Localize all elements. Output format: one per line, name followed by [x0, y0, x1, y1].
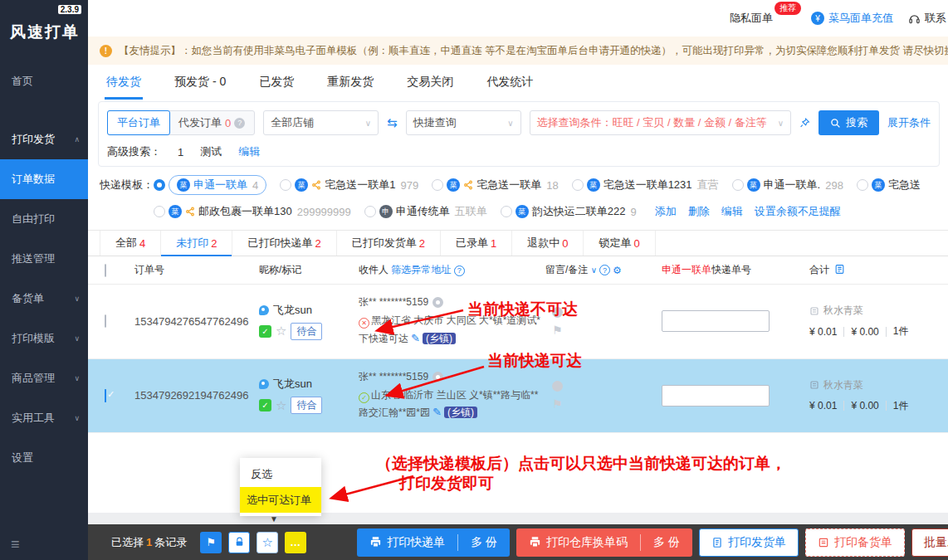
saved-search-1[interactable]: 1: [178, 146, 183, 158]
print-stock-button[interactable]: 打印备货单: [805, 528, 905, 557]
edit-saved-search-link[interactable]: 编辑: [238, 144, 260, 159]
buyer-nickname[interactable]: 飞龙sun: [273, 377, 312, 392]
chevron-down-icon[interactable]: ∨: [591, 265, 597, 275]
pin-icon[interactable]: [799, 117, 810, 129]
merged-check-icon: ✓: [259, 399, 271, 411]
subtab-all[interactable]: 全部4: [100, 231, 161, 256]
template-option[interactable]: 菜 邮政包裹一联单130 299999999: [154, 204, 351, 219]
saved-search-2[interactable]: 测试: [200, 144, 222, 159]
balance-alert-link[interactable]: 设置余额不足提醒: [755, 204, 841, 219]
template-option[interactable]: 菜 宅急送一联单1 979: [280, 178, 418, 192]
agent-order-count: 0: [225, 117, 231, 129]
filter-abnormal-address-link[interactable]: 筛选异常地址: [391, 264, 451, 275]
total-detail-icon[interactable]: [834, 264, 845, 275]
privacy-waybill-link[interactable]: 隐私面单 推荐: [730, 11, 773, 26]
star-flag-icon[interactable]: ☆: [276, 324, 286, 338]
quick-query-select[interactable]: 快捷查询∨: [406, 110, 521, 135]
tab-closed[interactable]: 交易关闭: [407, 75, 453, 100]
gear-icon[interactable]: ⚙: [613, 265, 622, 276]
subtab-printed-delivery[interactable]: 已打印发货单2: [337, 231, 441, 256]
query-condition-select[interactable]: 选择查询条件：旺旺 / 宝贝 / 数量 / 金额 / 备注等∨: [530, 110, 791, 135]
subtab-locked[interactable]: 锁定单0: [584, 231, 655, 256]
search-button[interactable]: 搜索: [819, 110, 879, 135]
flag-button[interactable]: ⚑: [200, 532, 222, 553]
select-reachable-item[interactable]: 选中可达订单: [240, 487, 321, 513]
express-no-input[interactable]: [662, 310, 770, 332]
question-icon[interactable]: ?: [599, 265, 610, 275]
print-warehouse-button[interactable]: 打印仓库换单码: [516, 535, 640, 550]
row-checkbox[interactable]: [105, 389, 106, 402]
select-all-checkbox[interactable]: [105, 264, 106, 277]
radio-selected[interactable]: [154, 179, 165, 191]
template-option[interactable]: 菜 宅急送一联单 18: [432, 178, 558, 192]
print-warehouse-group: 打印仓库换单码 多 份: [516, 528, 692, 557]
agent-order-button[interactable]: 代发订单 0 ?: [169, 111, 254, 134]
invert-selection-item[interactable]: 反选: [240, 461, 321, 487]
express-no-input[interactable]: [662, 385, 770, 407]
edit-address-icon[interactable]: ✎: [432, 406, 442, 418]
more-actions-button[interactable]: …: [285, 532, 306, 553]
print-express-button[interactable]: 打印快递单: [357, 535, 457, 550]
sidebar-item-home[interactable]: 首页: [0, 61, 88, 101]
subtab-recorded[interactable]: 已录单1: [441, 231, 512, 256]
radio[interactable]: [857, 179, 868, 191]
sidebar-item-order-data[interactable]: 订单数据: [0, 159, 88, 199]
shop-select[interactable]: 全部店铺∨: [263, 110, 379, 135]
template-option[interactable]: 菜 申通一联单 4: [154, 175, 266, 195]
eye-icon[interactable]: [432, 372, 443, 382]
radio[interactable]: [572, 179, 584, 191]
template-option[interactable]: 菜 申通一联单. 298: [732, 178, 843, 192]
tab-pending-ship[interactable]: 待发货: [106, 75, 141, 100]
flag-icon[interactable]: ⚑: [552, 324, 563, 336]
flag-icon[interactable]: ⚑: [552, 398, 563, 410]
sidebar-item-settings[interactable]: 设置: [0, 438, 88, 478]
sidebar-item-push-manage[interactable]: 推送管理: [0, 239, 88, 279]
template-option[interactable]: 菜 宅急送一联单1231 直营: [572, 178, 719, 192]
tab-reship[interactable]: 重新发货: [327, 75, 374, 100]
subtab-refunding[interactable]: 退款中0: [512, 231, 584, 256]
print-warehouse-copies-button[interactable]: 多 份: [641, 535, 692, 550]
subtab-printed-express[interactable]: 已打印快递单2: [232, 231, 336, 256]
radio[interactable]: [364, 206, 376, 217]
buyer-nickname[interactable]: 飞龙sun: [273, 303, 312, 318]
print-delivery-button[interactable]: 打印发货单: [699, 528, 799, 557]
radio[interactable]: [432, 179, 443, 191]
menu-toggle-icon[interactable]: ≡: [11, 536, 20, 553]
eye-icon[interactable]: [432, 297, 443, 308]
template-option[interactable]: 菜 韵达快运二联单222 9: [501, 204, 637, 219]
radio[interactable]: [732, 179, 744, 191]
edit-address-icon[interactable]: ✎: [411, 332, 420, 344]
delete-template-link[interactable]: 删除: [688, 204, 710, 219]
sidebar-item-product-manage[interactable]: 商品管理∨: [0, 358, 88, 398]
star-flag-icon[interactable]: ☆: [276, 398, 286, 413]
template-option[interactable]: 申 申通传统单 五联单: [364, 204, 487, 219]
radio[interactable]: [501, 206, 512, 217]
star-button[interactable]: ☆: [257, 532, 278, 553]
expand-conditions-link[interactable]: 展开条件: [887, 115, 931, 130]
tab-shipped[interactable]: 已发货: [259, 75, 294, 100]
sidebar-item-free-print[interactable]: 自由打印: [0, 199, 88, 239]
question-icon[interactable]: ?: [454, 265, 465, 276]
add-template-link[interactable]: 添加: [655, 204, 677, 219]
cainiao-icon: 菜: [747, 178, 760, 192]
tab-pre-ship[interactable]: 预发货 - 0: [174, 75, 226, 100]
contact-support-link[interactable]: 联系: [908, 11, 946, 26]
sidebar-item-print-template[interactable]: 打印模版∨: [0, 319, 88, 358]
tab-agent-stats[interactable]: 代发统计: [486, 75, 533, 100]
print-express-copies-button[interactable]: 多 份: [458, 535, 510, 550]
row-checkbox[interactable]: [105, 314, 106, 328]
sidebar-item-print-ship[interactable]: 打印发货∧: [0, 119, 88, 159]
radio[interactable]: [154, 206, 165, 217]
sidebar-item-tools[interactable]: 实用工具∨: [0, 398, 88, 438]
subtab-unprinted[interactable]: 未打印2: [161, 231, 232, 256]
platform-order-button[interactable]: 平台订单: [107, 110, 170, 135]
swap-icon[interactable]: ⇆: [387, 115, 398, 130]
sidebar-item-stock-list[interactable]: 备货单∨: [0, 279, 88, 319]
radio[interactable]: [280, 179, 291, 191]
lock-button[interactable]: [228, 532, 250, 553]
template-option[interactable]: 菜 宅急送: [857, 178, 921, 192]
batch-ship-button[interactable]: 批量发: [911, 528, 948, 557]
comment-dot-icon[interactable]: [552, 381, 563, 392]
edit-template-link[interactable]: 编辑: [721, 204, 743, 219]
cainiao-recharge-link[interactable]: ¥ 菜鸟面单充值: [811, 11, 893, 26]
